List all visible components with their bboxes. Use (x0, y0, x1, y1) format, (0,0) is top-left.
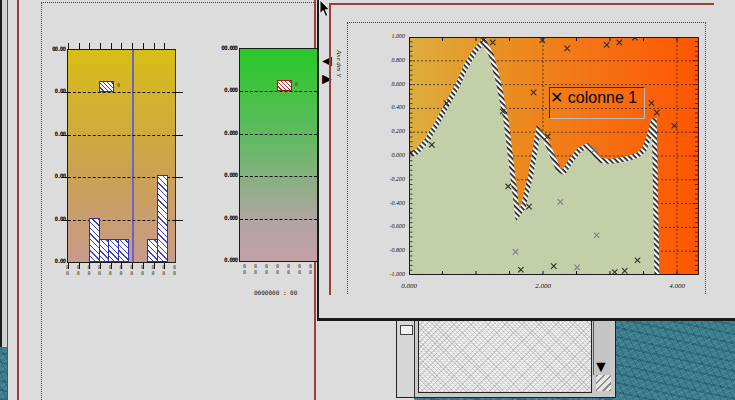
y-tick-label: -0.600 (369, 223, 405, 229)
window-frame-accent-left (17, 0, 19, 400)
y-tick-label: 0.200 (369, 128, 405, 134)
legend-label: 0 (117, 82, 120, 88)
x-marker-icon: ✕ (550, 89, 563, 106)
x-tick-label: 88 (130, 264, 135, 276)
y-tick-label: 0.600 (369, 81, 405, 87)
gridline (240, 176, 322, 177)
y-axis-title: Axe des Y (335, 50, 343, 77)
gridline (68, 135, 175, 136)
x-tick-label: 4.000 (660, 282, 694, 290)
gutter-box (400, 325, 413, 335)
texture-document-window: ▼ (396, 318, 616, 398)
area-scatter-chart[interactable] (409, 37, 699, 275)
left-gutter (397, 319, 415, 397)
y-tick-label: 0.400 (369, 104, 405, 110)
bar-chart-plot[interactable]: 0 (67, 49, 176, 263)
y-tick-label: -1.000 (369, 271, 405, 277)
y-tick-label: 0.00 (35, 172, 65, 179)
legend-box[interactable]: ✕ colonne 1 (549, 87, 645, 119)
resize-grip[interactable] (596, 375, 611, 391)
x-tick-label: 88 (109, 264, 114, 276)
y-tick-label: 0.000 (207, 86, 237, 93)
legend-swatch-blue (99, 81, 114, 92)
x-tick-label: 88 (162, 264, 167, 276)
x-tick-label: 88 (66, 264, 71, 276)
x-tick-label: 88 (254, 263, 259, 275)
x-tick-label: 2.000 (526, 282, 560, 290)
x-tick-label: 0.000 (392, 282, 426, 290)
y-tick-label: -0.200 (369, 176, 405, 182)
gridline (240, 134, 322, 135)
y-tick-label: 0.00 (35, 257, 65, 264)
y-tick-label: 0.000 (207, 256, 237, 263)
legend-swatch-red (277, 80, 292, 91)
chevron-right-icon: ► (319, 70, 335, 87)
x-tick-label: 88 (141, 264, 146, 276)
x-tick-label: 88 (98, 264, 103, 276)
x-tick-label: 88 (152, 264, 157, 276)
y-tick-label: 0.000 (369, 152, 405, 158)
scroll-down-button[interactable]: ▼ (593, 358, 609, 373)
gridline (68, 92, 175, 93)
texture-content[interactable] (418, 319, 592, 393)
y-tick-label: 0.00 (35, 87, 65, 94)
y-tick-label: 0.00 (35, 130, 65, 137)
y-tick-label: -0.400 (369, 200, 405, 206)
chart-window-front: Axe des Y ✕ colonne 1 ◄ ► ▼ 1.0000.8000. (317, 0, 735, 321)
x-tick-label: 88 (243, 263, 248, 275)
gradient-chart-plot[interactable]: 0 (239, 48, 322, 262)
x-tick-label: 88 (309, 263, 314, 275)
y-tick-label: 0.000 (207, 129, 237, 136)
x-tick-label: 88 (77, 264, 82, 276)
legend-series-label: colonne 1 (568, 89, 637, 106)
legend-label: 0 (295, 81, 298, 87)
y-tick-label: 0.000 (207, 214, 237, 221)
x-tick-label: 88 (298, 263, 303, 275)
y-tick-label: 00.000 (207, 44, 237, 51)
bar (118, 239, 129, 262)
x-tick-label: 88 (87, 264, 92, 276)
x-tick-label: 88 (120, 264, 125, 276)
gridline (240, 219, 322, 220)
y-tick-label: 00.00 (35, 45, 65, 52)
window-frame-accent-top (329, 3, 714, 5)
y-tick-label: 0.800 (369, 57, 405, 63)
x-tick-label: 88 (265, 263, 270, 275)
bar (157, 175, 168, 262)
status-text: 0000000 : 00 (254, 289, 297, 296)
chart-cursor-line[interactable] (132, 50, 134, 262)
desktop: 0 0 0000000 : 00 00.000.000.000.000.000.… (0, 0, 735, 400)
y-tick-label: 1.000 (369, 33, 405, 39)
axis-ticks-top (68, 43, 175, 49)
y-tick-label: 0.000 (207, 171, 237, 178)
gridline (240, 91, 322, 92)
x-tick-label: 88 (173, 264, 178, 276)
y-tick-label: 0.00 (35, 215, 65, 222)
chevron-down-icon: ▼ (593, 358, 609, 375)
v-scrollbar-thumb[interactable] (319, 375, 335, 400)
v-scrollbar-track[interactable] (319, 88, 335, 375)
x-tick-label: 88 (287, 263, 292, 275)
window-frame-accent-left (329, 3, 331, 295)
x-tick-label: 88 (276, 263, 281, 275)
y-tick-label: -0.800 (369, 247, 405, 253)
chevron-left-icon: ◄ (319, 52, 335, 69)
